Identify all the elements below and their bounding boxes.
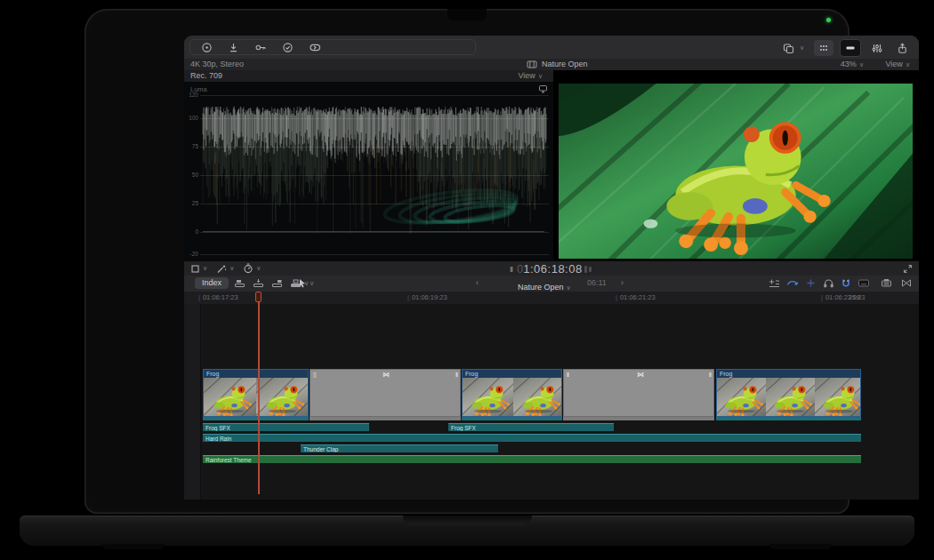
timecode-display: 1:06:18:08 [523,262,582,276]
macbook-base [20,516,914,546]
gap-clip[interactable]: ▯ ⋈ II [310,369,461,417]
pause-badge: II [709,372,711,378]
clip-title: Frog [717,370,860,378]
connect-edit-icon[interactable] [234,278,246,288]
playhead-line[interactable] [258,292,260,494]
clip-thumbnails [204,378,308,417]
insert-tool-icon[interactable] [769,278,780,288]
next-clip-arrow[interactable]: › [621,277,624,289]
browser-toggle-icon[interactable] [814,40,833,56]
timeline-right-icons [762,278,912,288]
luma-waveform [184,82,553,260]
project-duration: 06:11 [587,277,607,289]
prev-clip-arrow[interactable]: ‹ [476,277,479,289]
ruler-label-overlap: 25:23 [849,293,866,301]
viewer-canvas [553,70,919,260]
enhancements-wand-menu[interactable]: ∨ [216,264,234,274]
audio-meter-bar [584,266,587,273]
snapping-magnet-icon[interactable] [841,278,851,288]
gap-audio-strip [563,417,714,420]
video-clip[interactable]: Frog [716,369,861,417]
laptop-foot [769,544,832,549]
clip-tag-icon[interactable] [305,39,326,55]
clip-thumbnails [463,378,561,417]
music-clip[interactable]: Rainforest Theme [203,455,861,463]
main-toolbar: ∨ [184,36,919,60]
colorspace-label: Rec. 709 [190,70,222,82]
background-tasks-icon[interactable] [278,39,297,55]
keyword-editor-key-icon[interactable] [251,39,270,55]
laptop-foot [102,544,165,549]
clip-thumbnails [717,378,860,417]
viewer-tools: ∨ ∨ ∨ [190,263,261,274]
project-format-label: 4K 30p, Stereo [190,59,244,70]
timecode-leading: 0 [517,262,523,276]
pause-icon: II [510,265,512,274]
pause-badge: II [455,372,457,378]
transition-badge: ⋈ [382,372,389,378]
gap-audio-strip [310,417,461,420]
clip-title: Frog [463,370,561,378]
clip-audio-strip [203,417,309,420]
transport-bar: ∨ ∨ ∨ II 0 1:06:18:08 [184,260,919,276]
gap-clip[interactable]: II ⋈ II [563,369,714,417]
ruler-label: 01:06:19:23 [412,293,447,301]
video-clip[interactable]: Frog [462,369,562,417]
clip-audio-strip [716,417,861,420]
audio-skimming-icon[interactable] [805,278,817,288]
insert-edit-icon[interactable] [253,278,264,288]
pause-badge: II [567,372,568,378]
audio-clip[interactable]: Frog SFX [448,423,614,431]
camera-indicator-dot [826,18,831,22]
index-button[interactable]: Index [195,277,229,289]
audio-meter-bar [589,267,592,272]
macbook-bezel: ∨ 4K 30p, Stereo Nature Open 43%∨ View∨ [85,9,849,514]
inspector-toggle-icon[interactable] [867,40,887,56]
solo-headphones-icon[interactable] [823,278,834,288]
timeline-tracks: Frog ▯ ⋈ II Frog [184,304,919,500]
share-button-icon[interactable] [893,40,912,56]
ruler-label: 01:06:21:23 [620,293,656,301]
tools-menu[interactable]: ∨ [298,278,314,288]
retime-menu[interactable]: ∨ [243,263,261,274]
playhead-handle[interactable] [255,292,262,302]
ruler-label: 01:06:17:23 [203,293,238,301]
audio-clip[interactable]: Thunder Clap [301,444,498,452]
viewer-expand-icon[interactable] [903,264,913,274]
viewer-title-group: Nature Open [527,59,588,70]
timeline-ruler[interactable]: |01:06:17:23 |01:06:19:23 |01:06:21:23 |… [184,292,919,305]
timeline-toolbar: Index ∨ ∨ ‹ Nature Open∨ 06:11 › [184,276,919,292]
filmstrip-icon [527,60,537,68]
media-import-icon[interactable] [197,39,216,55]
viewer-title: Nature Open [542,59,588,70]
timecode-group[interactable]: II 0 1:06:18:08 [510,262,592,276]
captions-icon[interactable] [858,278,870,288]
append-edit-icon[interactable] [271,278,283,288]
transform-menu[interactable]: ∨ [190,264,207,274]
viewer-zoom-menu[interactable]: 43%∨ [841,59,864,70]
workspaces-icon[interactable]: ∨ [779,40,808,56]
clip-title: Frog [204,370,308,378]
import-download-icon[interactable] [224,39,243,55]
viewer-frog-image [559,84,913,259]
toolbar-left-group [189,39,476,55]
chevron-down-icon: ∨ [800,44,804,52]
skimming-icon[interactable] [786,278,799,288]
video-clip[interactable]: Frog [203,369,309,417]
camera-notch [447,9,487,20]
through-edit-badge: ▯ [313,372,316,378]
transitions-browser-icon[interactable] [901,278,912,288]
scopes-header: Rec. 709 View∨ [184,70,553,83]
fcp-window: ∨ 4K 30p, Stereo Nature Open 43%∨ View∨ [184,36,919,500]
audio-clip[interactable]: Hard Rain [203,434,861,442]
luma-scope: Luma 1201007550250-20 [184,82,553,260]
audio-clip[interactable]: Frog SFX [203,423,369,431]
page-background: ∨ 4K 30p, Stereo Nature Open 43%∨ View∨ [0,0,934,560]
scopes-view-menu[interactable]: View∨ [519,70,543,82]
clip-audio-strip [462,417,562,420]
viewer-view-menu[interactable]: View∨ [886,59,910,70]
transition-badge: ⋈ [637,372,643,378]
clip-appearance-icon[interactable] [881,278,892,288]
timeline-toggle-icon[interactable] [840,39,861,57]
timeline-left-gutter [184,304,201,500]
